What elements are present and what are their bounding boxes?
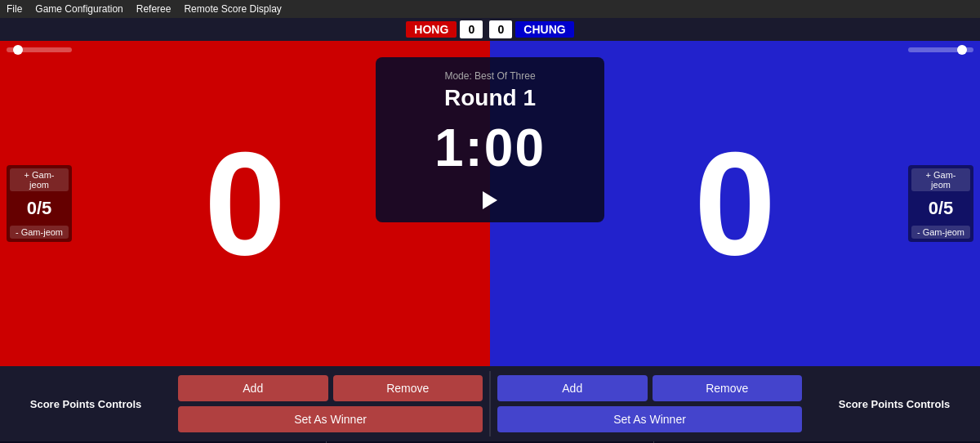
chung-gam-plus[interactable]: + Gam-jeom [911,168,970,191]
chung-gam-score: 0/5 [911,198,970,219]
score-header: HONG 0 0 CHUNG [0,18,980,41]
hong-slider-thumb [13,45,23,55]
hong-bottom-row: Set As Winner [178,406,483,432]
hong-gam-plus[interactable]: + Gam-jeom [10,168,69,191]
play-button[interactable] [483,191,497,209]
main-area: + Gam-jeom 0/5 - Gam-jeom 0 0 + Gam-jeom… [0,41,980,366]
hong-slider[interactable] [7,47,72,52]
chung-big-score: 0 [694,130,776,277]
hong-ctrl-buttons: Add Remove Set As Winner [172,375,489,432]
hong-add-button[interactable]: Add [178,375,328,401]
hong-gam-minus[interactable]: - Gam-jeom [10,226,69,239]
menu-remote-score[interactable]: Remote Score Display [184,3,281,15]
hong-gam-score: 0/5 [10,198,69,219]
menu-bar: File Game Configuration Referee Remote S… [0,0,980,18]
hong-set-winner-button[interactable]: Set As Winner [178,406,483,432]
chung-header-score: 0 [489,20,512,38]
chung-remove-button[interactable]: Remove [653,375,803,401]
chung-gam-minus[interactable]: - Gam-jeom [911,226,970,239]
chung-add-button[interactable]: Add [497,375,648,401]
mode-label: Mode: Best Of Three [444,70,535,82]
hong-label: HONG [406,21,457,38]
timer-display: 1:00 [434,118,546,178]
hong-top-row: Add Remove [178,375,483,401]
chung-ctrl-buttons: Add Remove Set As Winner [491,375,808,432]
hong-controls-label: Score Points Controls [0,398,172,410]
chung-controls-label: Score Points Controls [808,398,980,410]
round-label: Round 1 [444,85,536,111]
chung-gam-jeom-box: + Gam-jeom 0/5 - Gam-jeom [908,165,973,242]
menu-file[interactable]: File [7,3,22,15]
hong-remove-button[interactable]: Remove [333,375,483,401]
chung-bottom-row: Set As Winner [497,406,802,432]
chung-slider[interactable] [908,47,973,52]
hong-big-score: 0 [204,130,286,277]
controls-bar: Score Points Controls Add Remove Set As … [0,366,980,441]
chung-top-row: Add Remove [497,375,802,401]
center-panel: Mode: Best Of Three Round 1 1:00 [376,57,604,222]
hong-header-score: 0 [460,20,483,38]
chung-set-winner-button[interactable]: Set As Winner [497,406,802,432]
menu-game-config[interactable]: Game Configuration [35,3,122,15]
hong-gam-jeom-box: + Gam-jeom 0/5 - Gam-jeom [7,165,72,242]
chung-slider-thumb [957,45,967,55]
chung-label: CHUNG [515,21,573,38]
menu-referee[interactable]: Referee [136,3,172,15]
